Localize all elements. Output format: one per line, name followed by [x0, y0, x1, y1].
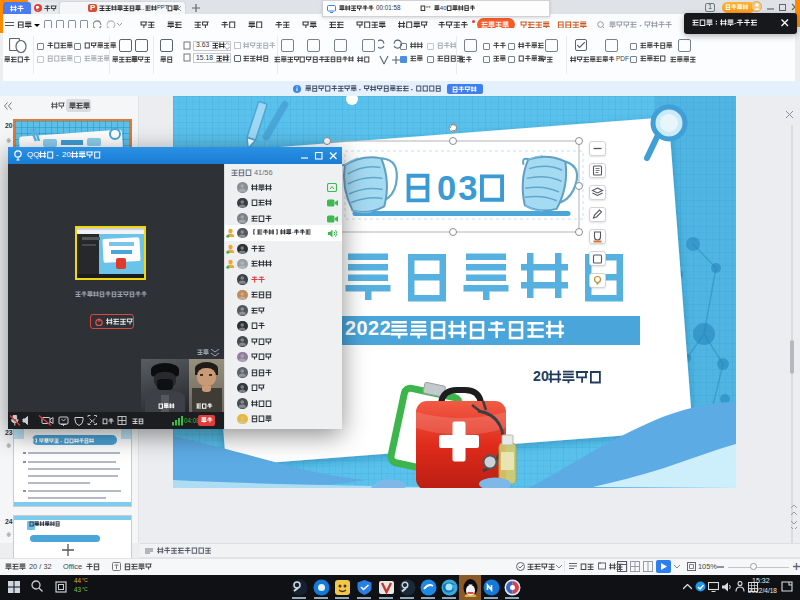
svg-text:°C: °C [82, 577, 88, 583]
svg-text:15:32: 15:32 [752, 577, 770, 585]
svg-text:QQ: QQ [27, 150, 39, 159]
svg-text:°C: °C [82, 586, 88, 592]
svg-text:**: ** [426, 4, 431, 11]
svg-text:1: 1 [708, 2, 712, 11]
svg-text:44: 44 [74, 576, 82, 583]
svg-text:24: 24 [5, 518, 13, 525]
svg-text:41/56: 41/56 [254, 168, 273, 177]
svg-text:-: - [56, 150, 59, 159]
svg-text:43: 43 [74, 585, 82, 592]
svg-text:2022/4/18: 2022/4/18 [748, 587, 777, 594]
svg-text:3.63: 3.63 [196, 41, 209, 48]
svg-text:-: - [171, 0, 174, 11]
svg-text:※: ※ [6, 531, 11, 538]
svg-text:PDF: PDF [616, 55, 629, 62]
svg-text:※: ※ [6, 137, 11, 144]
svg-text:Office: Office [63, 561, 82, 570]
svg-text:-: - [292, 228, 294, 235]
svg-text:-: - [734, 18, 737, 27]
svg-text:P: P [90, 3, 95, 12]
svg-text:2022: 2022 [345, 317, 391, 339]
svg-text:15.18: 15.18 [196, 54, 213, 61]
svg-text:20: 20 [62, 150, 71, 159]
svg-text:20 / 32: 20 / 32 [29, 561, 52, 570]
svg-text:20: 20 [5, 122, 13, 129]
svg-text:40: 40 [440, 4, 447, 11]
svg-text:105%: 105% [698, 561, 717, 570]
svg-text:20: 20 [533, 368, 549, 384]
svg-text:00:01:58: 00:01:58 [376, 4, 401, 11]
svg-text:※: ※ [6, 442, 11, 449]
svg-text:23: 23 [5, 429, 13, 436]
